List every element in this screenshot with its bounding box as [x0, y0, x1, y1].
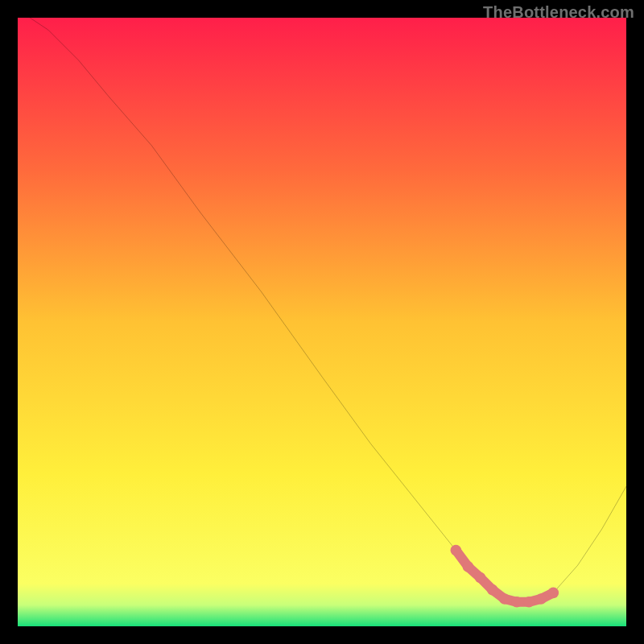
- heat-background: [18, 18, 626, 626]
- bottleneck-dot: [499, 593, 510, 605]
- bottleneck-dot: [523, 597, 535, 608]
- bottleneck-dot: [535, 593, 547, 605]
- bottleneck-dot: [511, 597, 522, 608]
- watermark-text: TheBottleneck.com: [483, 3, 634, 22]
- chart-svg: [18, 18, 626, 626]
- bottleneck-dot: [475, 572, 486, 584]
- bottleneck-dot: [463, 561, 474, 572]
- chart-stage: TheBottleneck.com: [0, 0, 644, 644]
- bottleneck-dot: [547, 588, 559, 599]
- bottleneck-dot: [451, 545, 462, 556]
- bottleneck-dot: [487, 584, 498, 596]
